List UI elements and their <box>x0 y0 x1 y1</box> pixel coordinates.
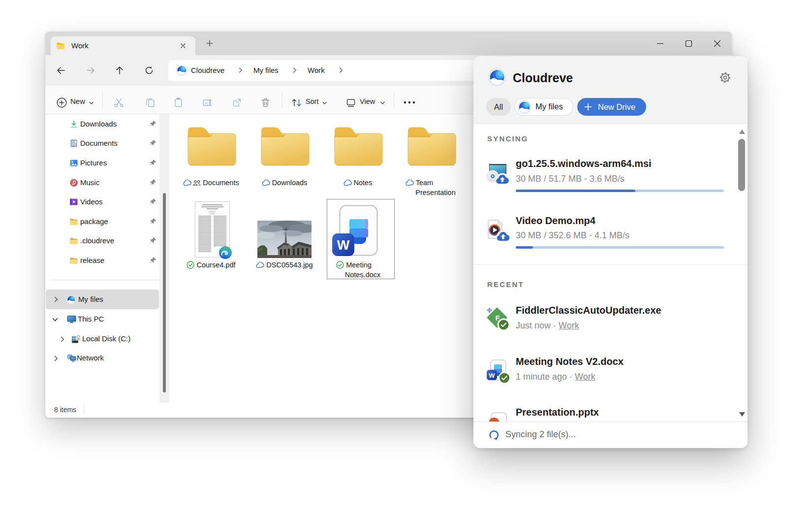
svg-text:A: A <box>205 100 208 106</box>
svg-text:W: W <box>337 238 350 253</box>
svg-text:W: W <box>489 372 495 379</box>
